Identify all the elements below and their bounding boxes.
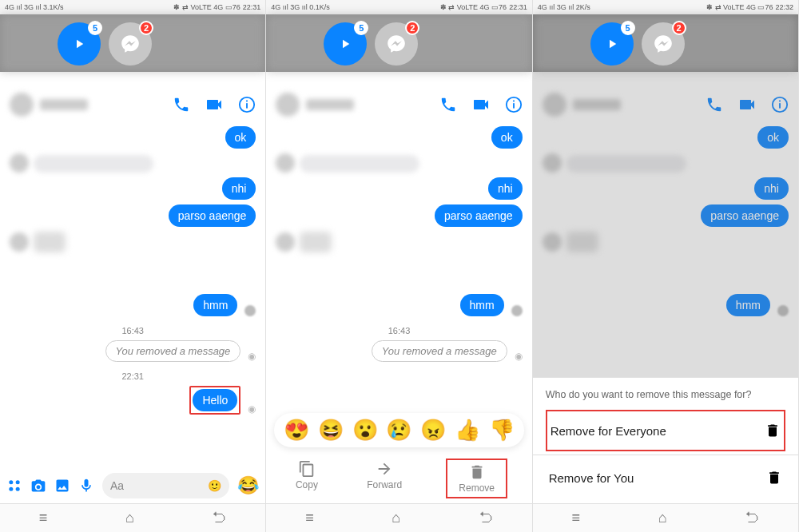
mic-icon[interactable]	[78, 478, 94, 494]
video-call-button[interactable]	[205, 95, 224, 114]
svg-rect-12	[779, 101, 781, 102]
contact-avatar[interactable]	[276, 93, 300, 117]
status-icons: ✽ ⇄ VoLTE 4G ▭76	[440, 3, 507, 11]
removed-message: You removed a message	[105, 340, 241, 362]
home-button[interactable]: ⌂	[392, 510, 400, 526]
play-badge: 5	[621, 21, 635, 35]
contact-name-redacted	[306, 99, 354, 110]
message-sent: hmm	[726, 294, 770, 316]
forward-action[interactable]: Forward	[362, 459, 407, 498]
sender-avatar	[543, 153, 562, 173]
message-sent[interactable]: nhi	[222, 177, 256, 200]
seen-indicator	[777, 305, 789, 316]
message-sent[interactable]: ok	[225, 126, 256, 149]
back-button[interactable]: ⮌	[745, 510, 759, 526]
message-sent[interactable]: nhi	[488, 177, 523, 200]
recents-button[interactable]: ≡	[571, 510, 580, 526]
message-sent[interactable]: parso aaenge	[435, 204, 523, 227]
message-hello[interactable]: Hello	[193, 389, 237, 411]
messenger-badge: 2	[672, 21, 686, 35]
remove-label: Remove	[459, 482, 495, 494]
chathead-overlay: 5 2	[590, 22, 685, 66]
apps-icon[interactable]	[6, 478, 22, 494]
status-left: 4G ııl 3G ııl 3.1K/s	[5, 3, 64, 11]
sender-avatar	[543, 232, 562, 252]
message-received-redacted[interactable]	[34, 155, 153, 173]
back-button[interactable]: ⮌	[212, 510, 226, 526]
voice-call-button[interactable]	[439, 96, 457, 113]
reaction-angry[interactable]: 😠	[420, 418, 446, 443]
svg-rect-9	[513, 101, 515, 102]
reaction-wow[interactable]: 😮	[352, 418, 378, 443]
contact-avatar[interactable]	[10, 93, 34, 117]
status-right: ✽ ⇄ VoLTE 4G ▭76 22:32	[706, 3, 793, 11]
reaction-picker: 😍 😆 😮 😢 😠 👍 👎	[274, 413, 523, 447]
chathead-overlay: 5 2	[324, 22, 418, 66]
message-sent[interactable]: parso aaenge	[169, 204, 256, 227]
emoji-picker-icon[interactable]: 🙂	[208, 479, 221, 492]
reaction-like[interactable]: 👍	[455, 418, 480, 443]
camera-icon[interactable]	[30, 478, 46, 494]
status-bar: 4G ııl 3G ııl 3.1K/s ✽ ⇄ VoLTE 4G ▭76 22…	[0, 0, 265, 14]
reaction-love[interactable]: 😍	[284, 418, 309, 443]
voice-call-button[interactable]	[173, 96, 190, 113]
gallery-icon[interactable]	[54, 478, 70, 494]
copy-label: Copy	[296, 479, 318, 490]
delivered-icon: ◉	[515, 351, 523, 362]
status-icons: ✽ ⇄ VoLTE 4G ▭76	[706, 3, 773, 11]
messenger-chathead[interactable]: 2	[375, 22, 418, 66]
seen-indicator	[244, 305, 256, 316]
messenger-badge: 2	[405, 21, 419, 35]
messenger-chathead[interactable]: 2	[642, 22, 685, 66]
timestamp: 16:43	[276, 326, 522, 335]
video-play-chathead[interactable]: 5	[324, 22, 367, 66]
remove-for-everyone-option[interactable]: Remove for Everyone	[546, 410, 785, 451]
copy-action[interactable]: Copy	[291, 459, 323, 498]
svg-point-6	[16, 487, 20, 491]
video-play-chathead[interactable]: 5	[590, 22, 634, 66]
system-nav-bar: ≡ ⌂ ⮌	[0, 503, 265, 532]
message-sent[interactable]: hmm	[193, 294, 237, 316]
messenger-chathead[interactable]: 2	[109, 22, 152, 66]
message-input[interactable]: Aa 🙂	[102, 473, 229, 498]
status-time: 22:32	[775, 3, 793, 11]
video-call-button	[737, 95, 757, 114]
message-list: ok nhi parso aaenge hmm	[533, 123, 798, 377]
reaction-sad[interactable]: 😢	[386, 418, 411, 443]
message-received-redacted[interactable]	[300, 232, 332, 252]
svg-point-3	[9, 480, 13, 484]
reaction-haha[interactable]: 😆	[318, 418, 344, 443]
home-button[interactable]: ⌂	[125, 510, 134, 526]
chat-header	[0, 86, 265, 123]
message-sent: ok	[757, 126, 789, 149]
message-list[interactable]: ok nhi parso aaenge hmm 16:43 You remove…	[266, 123, 531, 413]
video-play-chathead[interactable]: 5	[58, 22, 101, 66]
remove-action[interactable]: Remove	[446, 459, 507, 498]
home-button[interactable]: ⌂	[658, 510, 667, 526]
back-button[interactable]: ⮌	[479, 510, 493, 526]
svg-point-5	[9, 487, 13, 491]
message-received-redacted[interactable]	[34, 232, 66, 252]
status-bar: 4G ııl 3G ııl 0.1K/s ✽ ⇄ VoLTE 4G ▭76 22…	[266, 0, 531, 14]
info-button[interactable]	[238, 96, 256, 113]
sheet-title: Who do you want to remove this message f…	[546, 389, 785, 400]
voice-call-button	[706, 96, 723, 113]
recents-button[interactable]: ≡	[305, 510, 314, 526]
reaction-dislike[interactable]: 👎	[489, 418, 515, 443]
message-sent[interactable]: hmm	[460, 294, 504, 316]
message-sent[interactable]: ok	[491, 126, 523, 149]
video-call-button[interactable]	[471, 95, 491, 114]
screen-1-chat: 4G ııl 3G ııl 3.1K/s ✽ ⇄ VoLTE 4G ▭76 22…	[0, 0, 266, 532]
remove-bottom-sheet: Who do you want to remove this message f…	[533, 377, 798, 503]
system-nav-bar: ≡ ⌂ ⮌	[266, 503, 531, 532]
info-button[interactable]	[505, 96, 523, 113]
chat-header	[533, 86, 798, 123]
recents-button[interactable]: ≡	[39, 510, 48, 526]
remove-you-label: Remove for You	[549, 471, 634, 485]
remove-for-you-option[interactable]: Remove for You	[546, 459, 785, 497]
message-list[interactable]: ok nhi parso aaenge hmm 16:43 You remove…	[0, 123, 265, 468]
quick-emoji-button[interactable]: 😂	[237, 475, 259, 496]
timestamp: 22:31	[10, 371, 256, 381]
message-received-redacted[interactable]	[300, 155, 419, 173]
system-nav-bar: ≡ ⌂ ⮌	[533, 503, 798, 532]
